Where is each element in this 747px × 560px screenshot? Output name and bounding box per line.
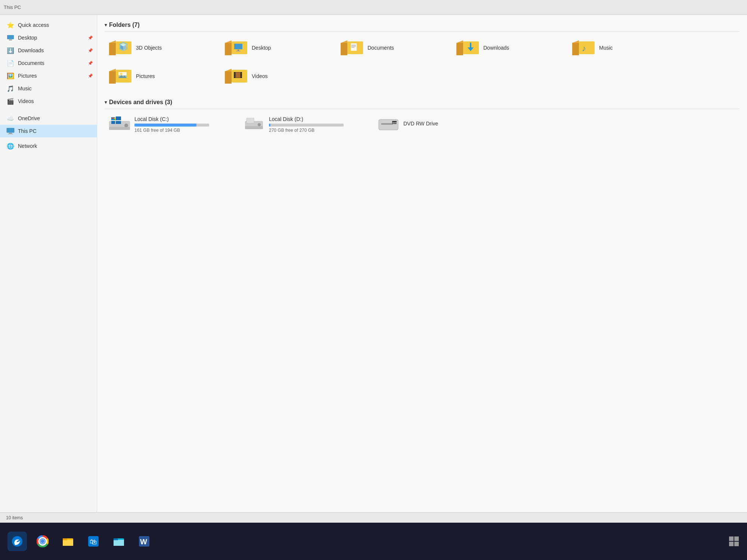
folder-pictures[interactable]: Pictures [105, 64, 217, 88]
documents-sidebar-icon: 📄 [6, 59, 15, 68]
documents-folder-label: Documents [368, 45, 394, 51]
music-folder-label: Music [599, 45, 613, 51]
sidebar-item-pictures[interactable]: 🖼️ Pictures 📌 [0, 69, 97, 82]
svg-rect-5 [8, 134, 13, 134]
documents-folder-icon [341, 38, 363, 57]
taskbar-explorer2-icon[interactable] [109, 532, 128, 551]
item-count: 10 items [6, 515, 23, 520]
taskbar-file-explorer-icon[interactable] [58, 532, 78, 551]
sidebar-item-downloads[interactable]: ⬇️ Downloads 📌 [0, 44, 97, 57]
taskbar-chrome-icon[interactable] [33, 532, 52, 551]
svg-rect-71 [247, 118, 254, 123]
c-drive-fill [134, 124, 196, 127]
main-content: ▾ Folders (7) [97, 15, 747, 512]
status-bar: 10 items [0, 512, 747, 523]
network-icon: 🌐 [6, 141, 15, 150]
folder-desktop[interactable]: Desktop [220, 35, 332, 60]
downloads-folder-icon [456, 38, 479, 57]
taskbar-word-icon[interactable]: W [134, 532, 154, 551]
svg-rect-88 [114, 540, 124, 546]
3d-objects-label: 3D Objects [136, 45, 162, 51]
devices-section-header[interactable]: ▾ Devices and drives (3) [105, 96, 740, 109]
drive-d[interactable]: Local Disk (D:) 270 GB free of 270 GB [239, 113, 370, 136]
svg-rect-21 [236, 51, 241, 52]
music-sidebar-icon: 🎵 [6, 84, 15, 93]
svg-text:DVD: DVD [393, 122, 397, 124]
sidebar-item-documents[interactable]: 📄 Documents 📌 [0, 57, 97, 69]
svg-rect-20 [238, 50, 239, 51]
music-folder-icon: ♪ [572, 38, 595, 57]
svg-rect-63 [112, 118, 114, 119]
folder-music[interactable]: ♪ Music [568, 35, 680, 60]
title-bar: This PC [0, 0, 747, 15]
sidebar-item-videos[interactable]: 🎬 Videos [0, 95, 97, 108]
svg-rect-53 [241, 74, 242, 76]
sidebar-network-label: Network [18, 143, 37, 149]
sidebar-item-quick-access[interactable]: ⭐ Quick access [0, 19, 97, 31]
folder-documents[interactable]: Documents [336, 35, 448, 60]
svg-rect-26 [351, 45, 356, 46]
drives-grid: Local Disk (C:) 161 GB free of 194 GB [105, 113, 740, 136]
folder-3d-objects[interactable]: 3D Objects [105, 35, 217, 60]
c-drive-space: 161 GB free of 194 GB [134, 128, 231, 133]
svg-rect-50 [234, 74, 235, 76]
documents-pin-icon: 📌 [88, 61, 93, 66]
dvd-drive-icon: DVD [378, 116, 399, 133]
thispc-icon [6, 127, 15, 136]
svg-rect-28 [351, 47, 354, 48]
svg-rect-66 [114, 119, 115, 120]
sidebar-thispc-label: This PC [18, 128, 37, 134]
svg-rect-52 [241, 72, 242, 74]
sidebar-item-desktop[interactable]: Desktop 📌 [0, 31, 97, 44]
svg-rect-24 [341, 43, 347, 55]
svg-rect-55 [236, 72, 240, 78]
d-drive-space: 270 GB free of 270 GB [269, 128, 365, 133]
svg-rect-95 [734, 542, 739, 546]
downloads-pin-icon: 📌 [88, 48, 93, 53]
sidebar-downloads-label: Downloads [18, 47, 44, 53]
sidebar-pictures-label: Pictures [18, 73, 37, 79]
explorer-window: This PC ⭐ Quick access Desktop 📌 ⬇️ Down… [0, 0, 747, 523]
folders-grid: 3D Objects [105, 35, 740, 88]
pictures-folder-icon [109, 67, 131, 85]
svg-rect-54 [241, 77, 242, 78]
sidebar-music-label: Music [18, 85, 32, 91]
drive-dvd[interactable]: DVD DVD RW Drive [374, 113, 504, 136]
sidebar-item-network[interactable]: 🌐 Network [0, 140, 97, 152]
d-drive-fill [269, 124, 270, 127]
sidebar-item-thispc[interactable]: This PC [0, 125, 97, 137]
svg-point-81 [41, 539, 44, 543]
svg-rect-31 [456, 43, 463, 55]
svg-rect-61 [111, 121, 115, 124]
svg-point-58 [124, 124, 128, 127]
devices-header-label: Devices and drives (3) [109, 99, 172, 106]
downloads-folder-label: Downloads [483, 45, 509, 51]
sidebar-item-music[interactable]: 🎵 Music [0, 82, 97, 95]
svg-rect-3 [7, 128, 14, 133]
folder-downloads[interactable]: Downloads [452, 35, 564, 60]
dvd-drive-info: DVD RW Drive [403, 121, 500, 128]
3d-objects-folder-icon [109, 38, 131, 57]
svg-rect-89 [114, 538, 118, 540]
pictures-sidebar-icon: 🖼️ [6, 71, 15, 80]
taskbar-store-icon[interactable]: 🛍 [84, 532, 103, 551]
folder-videos[interactable]: Videos [220, 64, 332, 88]
content-area: ⭐ Quick access Desktop 📌 ⬇️ Downloads 📌 … [0, 15, 747, 512]
folders-section-header[interactable]: ▾ Folders (7) [105, 19, 740, 32]
sidebar-videos-label: Videos [18, 98, 34, 104]
pictures-folder-label: Pictures [136, 73, 155, 79]
svg-rect-40 [109, 71, 116, 84]
sidebar-documents-label: Documents [18, 60, 44, 66]
d-drive-bar [269, 124, 344, 127]
sidebar-item-onedrive[interactable]: ☁️ OneDrive [0, 112, 97, 125]
svg-rect-51 [234, 77, 235, 78]
desktop-folder-icon [225, 38, 247, 57]
svg-rect-36 [572, 43, 579, 55]
drive-c[interactable]: Local Disk (C:) 161 GB free of 194 GB [105, 113, 235, 136]
svg-rect-57 [109, 127, 130, 130]
svg-rect-65 [112, 119, 114, 120]
taskbar-edge-icon[interactable] [7, 532, 27, 551]
svg-rect-83 [63, 540, 73, 546]
desktop-icon [6, 33, 15, 42]
svg-point-69 [258, 123, 261, 126]
